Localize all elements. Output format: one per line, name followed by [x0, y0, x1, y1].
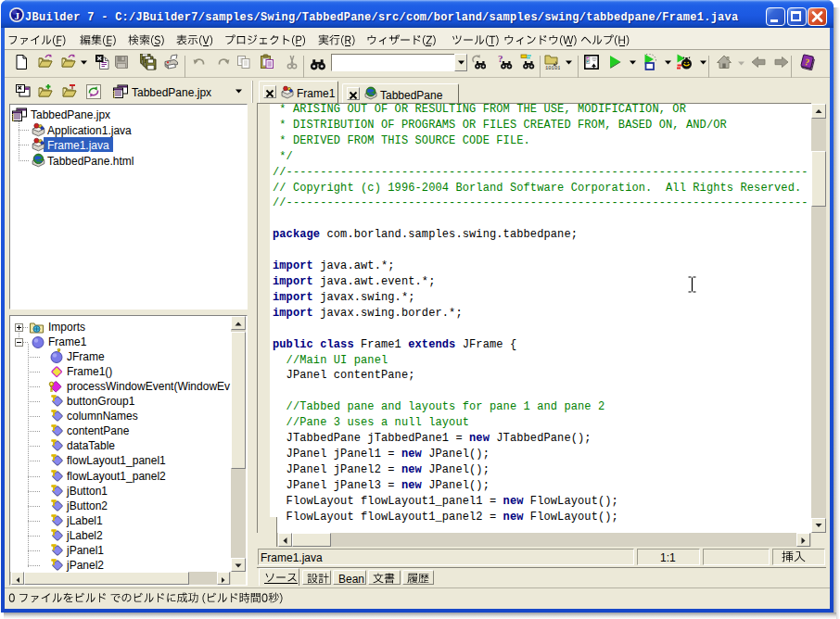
svg-text:J: J	[14, 10, 19, 21]
svg-text:10101: 10101	[545, 65, 560, 70]
svg-text:?: ?	[498, 54, 503, 64]
